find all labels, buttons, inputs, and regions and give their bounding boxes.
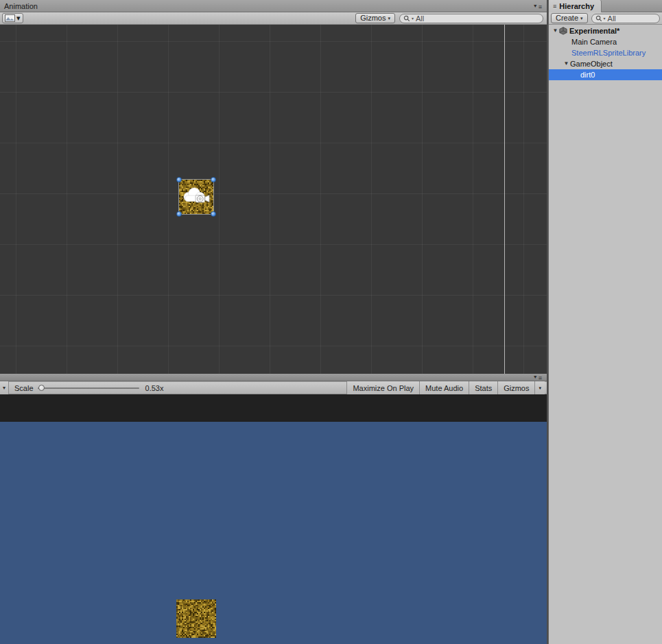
hierarchy-item-dirt0[interactable]: dirt0 <box>549 69 662 80</box>
selected-sprite-dirt0[interactable] <box>179 180 213 214</box>
hierarchy-pane: ≡ Hierarchy Create ▾ ▾ All ▼ <box>548 0 662 644</box>
camera-frustum-line <box>504 25 505 374</box>
search-filter-arrow-icon: ▾ <box>604 16 606 21</box>
hierarchy-item-main-camera[interactable]: Main Camera <box>549 36 662 47</box>
mute-audio-button[interactable]: Mute Audio <box>419 381 469 394</box>
scene-search-text: All <box>416 14 424 23</box>
game-gizmos-label: Gizmos <box>504 384 529 392</box>
scale-label: Scale <box>14 384 34 392</box>
scene-toolbar: ▾ Gizmos ▾ ▾ All <box>0 12 547 25</box>
item-label: Main Camera <box>571 36 617 47</box>
item-label: GameObject <box>570 58 613 69</box>
unity-editor-window: Animation ▼≡ ▾ Gizmos ▾ ▾ <box>0 0 662 644</box>
chevron-down-icon: ▾ <box>580 14 583 23</box>
resize-handle-top-left[interactable] <box>176 177 182 182</box>
slider-knob[interactable] <box>38 385 45 391</box>
slider-track <box>38 387 139 389</box>
tab-hierarchy[interactable]: ≡ Hierarchy <box>549 0 602 12</box>
hierarchy-tree: ▼ Experimental* Main Camera SteemRLSprit… <box>549 25 662 80</box>
scene-gizmos-label: Gizmos <box>360 14 386 23</box>
chevron-down-icon: ▾ <box>388 14 390 23</box>
mute-label: Mute Audio <box>425 384 463 392</box>
scale-slider[interactable] <box>38 381 139 394</box>
chevron-down-icon: ▾ <box>3 385 5 391</box>
hierarchy-search-text: All <box>608 14 616 23</box>
pane-list-icon: ≡ <box>553 3 556 10</box>
pane-menu-icon[interactable]: ▼≡ <box>533 372 543 383</box>
game-letterbox <box>0 394 547 422</box>
hierarchy-tabstrip: ≡ Hierarchy <box>549 0 662 12</box>
hierarchy-search-input[interactable]: ▾ All <box>591 14 660 23</box>
hierarchy-item-steemrlspritelibrary[interactable]: SteemRLSpriteLibrary <box>549 47 662 58</box>
foldout-open-icon[interactable]: ▼ <box>552 25 559 36</box>
game-tabstrip: ▼≡ <box>0 374 547 381</box>
resize-handle-bottom-right[interactable] <box>211 211 216 217</box>
game-gizmos-arrow[interactable]: ▾ <box>534 381 545 394</box>
create-button[interactable]: Create ▾ <box>551 13 588 23</box>
game-toolbar: ▾ Scale 0.53x Maximize On Play Mute Audi… <box>0 381 547 394</box>
scene-gizmos-dropdown[interactable]: Gizmos ▾ <box>355 13 395 23</box>
scene-pane: Animation ▼≡ ▾ Gizmos ▾ ▾ <box>0 0 547 374</box>
unity-scene-icon <box>559 27 567 35</box>
game-sprite-dirt0 <box>176 599 216 638</box>
hierarchy-toolbar: Create ▾ ▾ All <box>549 12 662 25</box>
camera-gizmo-icon <box>182 187 211 207</box>
aspect-dropdown-clipped[interactable]: ▾ <box>0 381 9 394</box>
stats-label: Stats <box>475 384 492 392</box>
game-pane: ▼≡ ▾ Scale 0.53x Maximize On Play Mute A… <box>0 374 547 644</box>
search-icon <box>403 15 410 22</box>
view-options-button[interactable]: ▾ <box>2 13 23 23</box>
foldout-open-icon[interactable]: ▼ <box>563 58 570 69</box>
search-icon <box>595 15 602 22</box>
hierarchy-item-experimental[interactable]: ▼ Experimental* <box>549 25 662 36</box>
chevron-down-icon: ▾ <box>539 385 541 391</box>
hierarchy-tab-label: Hierarchy <box>559 2 594 10</box>
resize-handle-bottom-left[interactable] <box>176 211 182 217</box>
item-label: dirt0 <box>580 69 595 80</box>
view-options-icon <box>5 14 15 22</box>
dirt-texture <box>176 599 216 638</box>
scene-tabstrip: Animation ▼≡ <box>0 0 547 12</box>
resize-handle-top-right[interactable] <box>211 177 216 182</box>
tab-animation[interactable]: Animation <box>4 2 38 10</box>
view-options-arrow-icon: ▾ <box>16 14 21 23</box>
search-filter-arrow-icon: ▾ <box>412 16 414 21</box>
scene-search-input[interactable]: ▾ All <box>399 14 543 23</box>
scene-viewport[interactable] <box>0 25 547 374</box>
hierarchy-item-gameobject[interactable]: ▼ GameObject <box>549 58 662 69</box>
pane-menu-icon[interactable]: ▼≡ <box>533 1 543 12</box>
game-toolbar-buttons: Maximize On Play Mute Audio Stats Gizmos… <box>346 381 545 394</box>
maximize-on-play-button[interactable]: Maximize On Play <box>346 381 419 394</box>
game-viewport[interactable] <box>0 422 547 644</box>
item-label: SteemRLSpriteLibrary <box>571 47 646 58</box>
scene-name-label: Experimental* <box>569 25 619 36</box>
scale-value: 0.53x <box>145 384 164 392</box>
maximize-label: Maximize On Play <box>353 384 414 392</box>
stats-button[interactable]: Stats <box>469 381 497 394</box>
create-label: Create <box>556 14 578 23</box>
game-gizmos-dropdown[interactable]: Gizmos <box>497 381 534 394</box>
